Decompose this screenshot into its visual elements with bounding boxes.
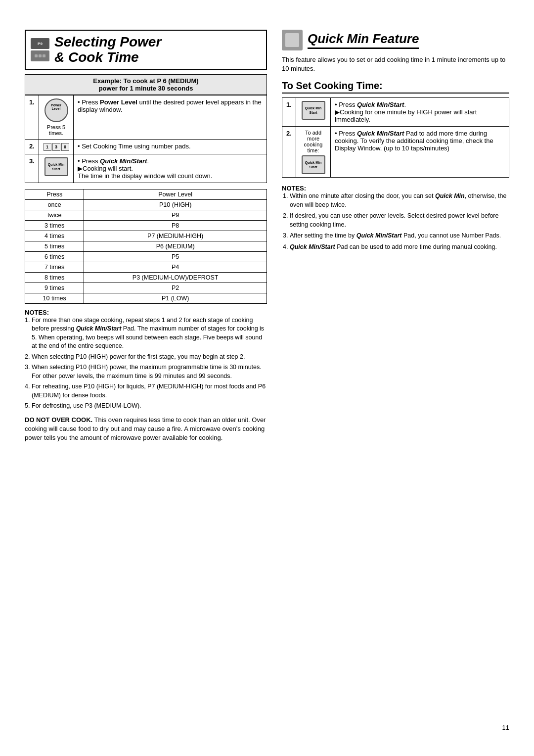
power-level-cell: P2 (84, 283, 267, 293)
step-3-desc: • Press Quick Min/Start. ▶Cooking will s… (74, 154, 267, 183)
step-1-desc: • Press Power Level until the desired po… (74, 95, 267, 139)
press-cell: 10 times (25, 293, 84, 303)
right-step-2-side-label: To add more cooking time: (300, 130, 326, 153)
right-column: Quick Min Feature This feature allows yo… (282, 30, 509, 726)
left-steps-table: 1. PowerLevel Press 5 times. • Press Pow… (25, 95, 267, 183)
left-notes-title: NOTES: (25, 309, 267, 316)
step-3-icon-cell: Quick MinStart (39, 154, 74, 183)
press-cell: 6 times (25, 251, 84, 262)
power-table-row: 6 timesP5 (25, 251, 267, 262)
power-table-row: 8 timesP3 (MEDIUM-LOW)/DEFROST (25, 272, 267, 283)
qmf-intro: This feature allows you to set or add co… (282, 55, 509, 73)
power-level-cell: P4 (84, 262, 267, 272)
col-power-level: Power Level (84, 189, 267, 199)
right-note-4: Quick Min/Start Pad can be used to add m… (290, 243, 509, 252)
num-pad-icon: 1 3 0 (44, 143, 69, 151)
press-cell: 4 times (25, 231, 84, 241)
right-note-3: After setting the time by Quick Min/Star… (290, 232, 509, 240)
example-subheader-text: power for 1 minute 30 seconds (99, 85, 193, 92)
power-level-cell: P10 (HIGH) (84, 199, 267, 210)
do-not-overcook-para: DO NOT OVER COOK. This oven requires les… (25, 416, 267, 443)
step-2-row: 2. 1 3 0 • Set Cooking Time using number… (25, 139, 267, 154)
left-notes-list: For more than one stage cooking, repeat … (25, 316, 267, 411)
power-level-cell: P9 (84, 210, 267, 220)
power-table-row: onceP10 (HIGH) (25, 199, 267, 210)
right-step-2-row: 2. To add more cooking time: Quick MinSt… (282, 127, 509, 178)
right-step-2-desc: • Press Quick Min/Start Pad to add more … (331, 127, 509, 178)
step-3-num: 3. (25, 154, 39, 183)
left-notes-section: NOTES: For more than one stage cooking, … (25, 309, 267, 411)
right-note-2: If desired, you can use other power leve… (290, 212, 509, 229)
power-level-cell: P5 (84, 251, 267, 262)
right-note-1: Within one minute after closing the door… (290, 192, 509, 209)
example-header: Example: To cook at P 6 (MEDIUM) power f… (25, 74, 267, 95)
step-1-press-label: Press 5 times. (43, 124, 69, 136)
power-level-cell: P6 (MEDIUM) (84, 241, 267, 251)
right-notes-list: Within one minute after closing the door… (282, 192, 509, 251)
right-notes-title: NOTES: (282, 185, 509, 192)
title-line2: & Cook Time (54, 50, 161, 65)
power-table-row: 10 timesP1 (LOW) (25, 293, 267, 303)
num-3: 3 (52, 143, 60, 151)
power-table-row: 3 timesP8 (25, 220, 267, 231)
power-table-row: 9 timesP2 (25, 283, 267, 293)
press-cell: 3 times (25, 220, 84, 231)
press-cell: 8 times (25, 272, 84, 283)
left-note-4: For reheating, use P10 (HIGH) for liquid… (32, 382, 267, 400)
qmf-icon (282, 30, 303, 50)
qmf-title: Quick Min Feature (308, 31, 419, 49)
right-step-1-row: 1. Quick MinStart • Press Quick Min/Star… (282, 98, 509, 127)
power-level-cell: P7 (MEDIUM-HIGH) (84, 231, 267, 241)
press-cell: 5 times (25, 241, 84, 251)
power-table-row: 5 timesP6 (MEDIUM) (25, 241, 267, 251)
power-table-row: twiceP9 (25, 210, 267, 220)
step-2-num: 2. (25, 139, 39, 154)
quick-min-icon-r1: Quick MinStart (302, 101, 325, 120)
num-0: 0 (61, 143, 69, 151)
left-note-3: When selecting P10 (HIGH) power, the max… (32, 363, 267, 380)
power-table-header-row: Press Power Level (25, 189, 267, 199)
left-note-5: For defrosting, use P3 (MEDIUM-LOW). (32, 402, 267, 411)
press-cell: 9 times (25, 283, 84, 293)
page-number: 11 (502, 724, 509, 731)
right-step-2-icon: To add more cooking time: Quick MinStart (296, 127, 331, 178)
selecting-power-title-box: P9 Selecting Power & Cook Time (25, 30, 267, 70)
step-2-desc: • Set Cooking Time using number pads. (74, 139, 267, 154)
right-notes-section: NOTES: Within one minute after closing t… (282, 185, 509, 251)
left-note-1: For more than one stage cooking, repeat … (32, 316, 267, 351)
right-step-2-num: 2. (282, 127, 296, 178)
power-level-cell: P8 (84, 220, 267, 231)
left-note-2: When selecting P10 (HIGH) power for the … (32, 353, 267, 362)
right-step-1-icon: Quick MinStart (296, 98, 331, 127)
step-3-row: 3. Quick MinStart • Press Quick Min/Star… (25, 154, 267, 183)
col-press: Press (25, 189, 84, 199)
qmf-title-box: Quick Min Feature (282, 30, 509, 50)
right-step-1-desc: • Press Quick Min/Start. ▶Cooking for on… (331, 98, 509, 127)
icon-top: P9 (31, 38, 49, 49)
right-steps-table: 1. Quick MinStart • Press Quick Min/Star… (282, 97, 509, 178)
to-set-heading: To Set Cooking Time: (282, 80, 509, 94)
step-1-num: 1. (25, 95, 39, 139)
step-1-row: 1. PowerLevel Press 5 times. • Press Pow… (25, 95, 267, 139)
right-step-1-num: 1. (282, 98, 296, 127)
power-level-cell: P1 (LOW) (84, 293, 267, 303)
example-header-text: Example: To cook at P 6 (MEDIUM) (93, 77, 198, 85)
title-icon: P9 (31, 38, 49, 61)
press-cell: twice (25, 210, 84, 220)
power-level-icon: PowerLevel (44, 98, 68, 122)
qmf-title-text: Quick Min Feature (308, 31, 419, 49)
title-text: Selecting Power & Cook Time (54, 35, 161, 65)
power-table-row: 7 timesP4 (25, 262, 267, 272)
press-cell: 7 times (25, 262, 84, 272)
quick-min-icon-r2: Quick MinStart (302, 155, 325, 174)
step-1-icon-cell: PowerLevel Press 5 times. (39, 95, 74, 139)
power-level-table: Press Power Level onceP10 (HIGH)twiceP93… (25, 189, 267, 304)
left-column: P9 Selecting Power & Cook Time Example: … (25, 30, 267, 726)
press-cell: once (25, 199, 84, 210)
power-table-row: 4 timesP7 (MEDIUM-HIGH) (25, 231, 267, 241)
num-1: 1 (44, 143, 51, 151)
step-2-icon-cell: 1 3 0 (39, 139, 74, 154)
title-line1: Selecting Power (54, 35, 161, 50)
power-level-cell: P3 (MEDIUM-LOW)/DEFROST (84, 272, 267, 283)
qmf-icon-inner (285, 33, 299, 47)
